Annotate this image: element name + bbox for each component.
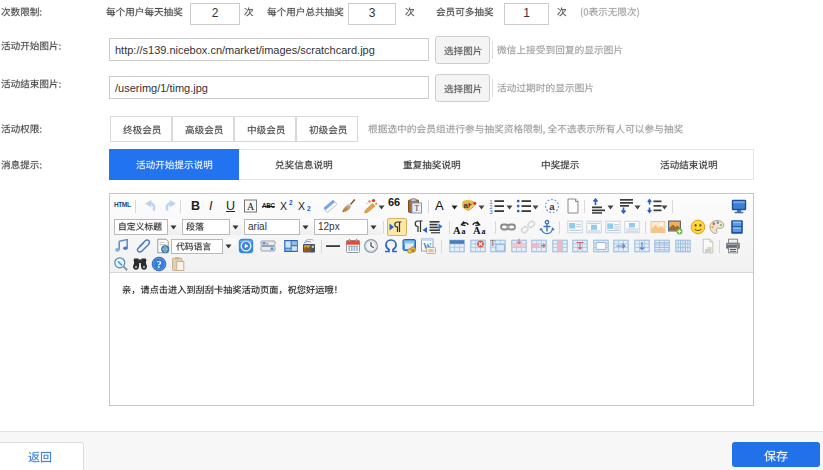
svg-text:T: T <box>491 239 496 248</box>
svg-text:a: a <box>482 227 486 236</box>
svg-text:3: 3 <box>490 209 493 215</box>
svg-text:a: a <box>462 227 466 236</box>
svg-text:?: ? <box>157 259 162 270</box>
svg-text:A: A <box>247 201 255 212</box>
svg-text:A: A <box>473 225 481 236</box>
svg-text:A: A <box>453 225 461 236</box>
svg-text:a: a <box>549 201 555 212</box>
svg-text:T: T <box>414 204 419 213</box>
